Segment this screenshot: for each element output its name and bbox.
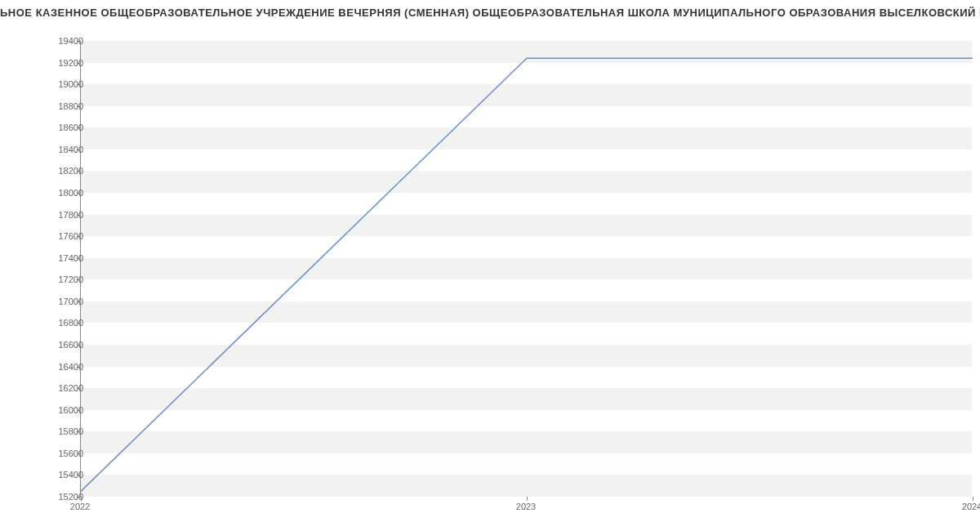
x-tick-label: 2022 <box>70 502 90 511</box>
y-tick-label: 18400 <box>58 145 83 154</box>
grid-band <box>81 475 972 497</box>
y-tick-label: 15600 <box>58 448 83 458</box>
x-tick-label: 2024 <box>962 502 980 511</box>
y-tick-label: 17400 <box>58 253 83 263</box>
y-tick-label: 18600 <box>58 123 83 132</box>
y-tick-label: 18800 <box>58 101 83 111</box>
y-tick-label: 17600 <box>58 231 83 241</box>
y-tick-label: 17000 <box>58 297 83 306</box>
y-tick-label: 16200 <box>58 383 83 393</box>
chart-title: ЬНОЕ КАЗЕННОЕ ОБЩЕОБРАЗОВАТЕЛЬНОЕ УЧРЕЖД… <box>0 7 980 19</box>
grid-band <box>81 84 972 106</box>
y-tick-label: 17800 <box>58 210 83 220</box>
grid-band <box>81 345 972 367</box>
y-tick-label: 15800 <box>58 426 83 436</box>
grid-band <box>81 258 972 280</box>
y-tick-label: 16600 <box>58 340 83 350</box>
y-tick-label: 15400 <box>58 470 83 480</box>
x-tick-mark <box>973 497 973 501</box>
y-tick-label: 18000 <box>58 188 83 198</box>
plot-area <box>80 41 972 497</box>
y-tick-label: 18200 <box>58 166 83 176</box>
y-tick-label: 19000 <box>58 79 83 89</box>
grid-band <box>81 301 972 324</box>
y-tick-label: 17200 <box>58 274 83 284</box>
y-tick-label: 19400 <box>58 36 83 46</box>
y-tick-label: 16000 <box>58 405 83 415</box>
y-tick-label: 16400 <box>58 362 83 372</box>
grid-band <box>81 127 972 149</box>
grid-band <box>81 388 972 410</box>
x-tick-mark <box>527 497 528 501</box>
grid-band <box>81 431 972 453</box>
y-tick-label: 15200 <box>58 492 83 502</box>
chart-container <box>80 41 972 497</box>
x-tick-label: 2023 <box>516 502 536 511</box>
y-tick-label: 19200 <box>58 58 83 68</box>
grid-band <box>81 41 972 63</box>
grid-band <box>81 171 972 193</box>
grid-band <box>81 215 972 237</box>
y-tick-label: 16800 <box>58 318 83 328</box>
